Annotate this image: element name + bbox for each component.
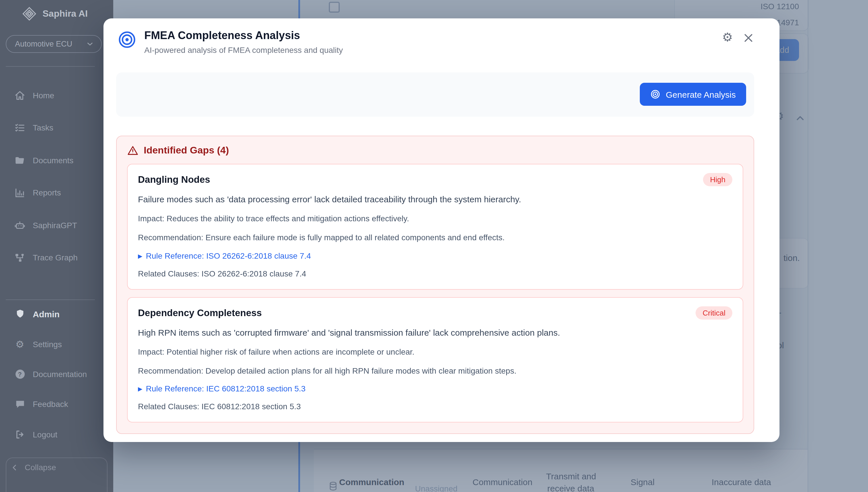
identified-gaps-panel: Identified Gaps (4) Dangling Nodes High … <box>116 136 754 434</box>
gap-related-clauses: Related Clauses: ISO 26262-6:2018 clause… <box>138 268 732 279</box>
rule-reference-link[interactable]: ▶Rule Reference: IEC 60812:2018 section … <box>138 384 732 393</box>
chevron-down-icon <box>85 40 94 48</box>
warning-triangle-icon <box>127 145 139 156</box>
sidebar-divider-top <box>6 66 95 67</box>
modal-header: FMEA Completeness Analysis AI-powered an… <box>117 29 343 55</box>
bullseye-small-icon <box>650 89 661 99</box>
sidebar-item-label: Tasks <box>33 123 53 132</box>
modal-title: FMEA Completeness Analysis <box>144 29 343 43</box>
sidebar-item-label: Settings <box>33 340 62 349</box>
generate-analysis-button[interactable]: Generate Analysis <box>640 83 746 106</box>
sidebar: Saphira AI Automotive ECU Home Tasks Doc… <box>0 0 113 492</box>
gaps-panel-header: Identified Gaps (4) <box>127 145 743 156</box>
help-circle-icon: ? <box>15 370 25 379</box>
sidebar-item-label: Home <box>33 91 54 100</box>
app-title: Saphira AI <box>43 9 88 19</box>
gap-title: Dangling Nodes <box>138 174 210 185</box>
sidebar-item-tasks[interactable]: Tasks <box>0 116 113 139</box>
robot-icon <box>15 220 25 231</box>
rule-reference-link[interactable]: ▶Rule Reference: ISO 26262-6:2018 clause… <box>138 251 732 261</box>
sidebar-divider-bottom <box>6 299 95 300</box>
sidebar-item-trace-graph[interactable]: Trace Graph <box>0 246 113 269</box>
gaps-header-label: Identified Gaps (4) <box>144 145 229 156</box>
triangle-right-icon: ▶ <box>138 253 142 259</box>
project-selector-value: Automotive ECU <box>15 40 72 48</box>
logout-icon <box>15 429 25 440</box>
sidebar-item-label: Reports <box>33 188 61 197</box>
gap-impact: Impact: Reduces the ability to trace eff… <box>138 213 732 224</box>
home-icon <box>15 90 25 101</box>
sidebar-item-documents[interactable]: Documents <box>0 149 113 172</box>
gap-description: High RPN items such as 'corrupted firmwa… <box>138 326 732 338</box>
trace-graph-icon <box>15 252 25 263</box>
shield-icon <box>15 309 25 319</box>
sidebar-item-reports[interactable]: Reports <box>0 181 113 204</box>
sidebar-item-documentation[interactable]: ? Documentation <box>0 363 113 386</box>
gap-description: Failure modes such as 'data processing e… <box>138 193 732 205</box>
sidebar-item-label: Feedback <box>33 399 68 409</box>
sidebar-item-logout[interactable]: Logout <box>0 423 113 446</box>
folder-icon <box>15 155 25 166</box>
gap-title: Dependency Completeness <box>138 307 262 318</box>
gap-card-dangling-nodes: Dangling Nodes High Failure modes such a… <box>127 164 743 289</box>
project-selector[interactable]: Automotive ECU <box>6 35 102 53</box>
chevron-left-icon <box>10 463 19 472</box>
sidebar-item-label: Documents <box>33 156 74 165</box>
task-list-icon <box>15 122 25 133</box>
sidebar-item-label: Logout <box>33 430 57 439</box>
collapse-button[interactable]: Collapse <box>10 463 56 472</box>
modal-subtitle: AI-powered analysis of FMEA completeness… <box>144 45 343 55</box>
chat-bubble-icon <box>15 399 25 409</box>
gap-related-clauses: Related Clauses: IEC 60812:2018 section … <box>138 401 732 412</box>
sidebar-item-label: Trace Graph <box>33 253 78 262</box>
sidebar-item-saphiragpt[interactable]: SaphiraGPT <box>0 214 113 237</box>
fmea-analysis-modal: FMEA Completeness Analysis AI-powered an… <box>103 18 779 442</box>
gap-recommendation: Recommendation: Ensure each failure mode… <box>138 232 732 243</box>
sidebar-item-feedback[interactable]: Feedback <box>0 393 113 416</box>
sidebar-item-label: SaphiraGPT <box>33 221 77 230</box>
collapse-label: Collapse <box>25 463 56 472</box>
gear-icon: ⚙ <box>15 339 25 349</box>
logo: Saphira AI <box>22 6 88 21</box>
triangle-right-icon: ▶ <box>138 386 142 392</box>
sidebar-item-admin[interactable]: Admin <box>0 302 113 325</box>
severity-badge: High <box>703 173 733 186</box>
sidebar-item-label: Admin <box>33 309 59 319</box>
gap-impact: Impact: Potential higher risk of failure… <box>138 346 732 357</box>
analysis-toolbar: Generate Analysis <box>116 72 754 117</box>
gap-recommendation: Recommendation: Develop detailed action … <box>138 365 732 376</box>
sidebar-item-label: Documentation <box>33 370 87 379</box>
close-icon[interactable] <box>743 32 754 44</box>
generate-analysis-label: Generate Analysis <box>666 89 736 99</box>
bullseye-icon <box>117 30 137 55</box>
gap-card-dependency-completeness: Dependency Completeness Critical High RP… <box>127 297 743 422</box>
sidebar-item-home[interactable]: Home <box>0 84 113 107</box>
bar-chart-icon <box>15 187 25 198</box>
saphira-diamond-icon <box>22 6 37 21</box>
screen: ISO 12100 14971 Add ⚙ tion. CT ol ECU Co… <box>0 0 868 492</box>
severity-badge: Critical <box>696 306 732 319</box>
sidebar-item-settings[interactable]: ⚙ Settings <box>0 333 113 356</box>
settings-gear-icon[interactable]: ⚙ <box>722 31 733 43</box>
